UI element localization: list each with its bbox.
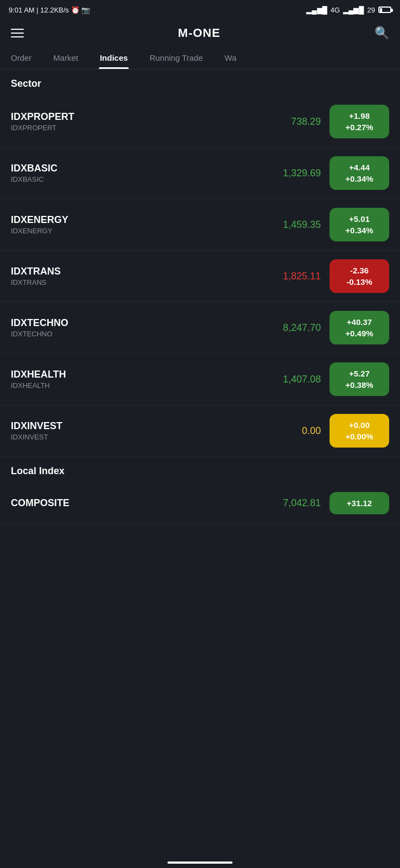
stock-price: 1,407.08 [272,374,321,385]
list-item[interactable]: IDXHEALTH IDXHEALTH 1,407.08 +5.27 +0.38… [0,354,400,405]
change-badge: +0.00 +0.00% [330,414,389,448]
stock-name: IDXBASIC [11,163,272,174]
local-index-section: Local Index COMPOSITE 7,042.81 +31.12 [0,457,400,524]
stock-info-idxinvest: IDXINVEST IDXINVEST [11,420,272,441]
signal-icon-2: ▂▄▆█ [343,6,364,14]
stock-price: 1,825.11 [272,271,321,282]
change-badge: -2.36 -0.13% [330,259,389,293]
tab-running-trade[interactable]: Running Trade [139,47,214,69]
battery-level: 29 [367,6,375,14]
stock-code: IDXTECHNO [11,330,272,338]
stock-code: IDXPROPERT [11,124,272,132]
tab-market[interactable]: Market [42,47,89,69]
change-pct: +0.00% [337,431,382,442]
change-pct: +0.38% [337,379,382,391]
stock-info-idxbasic: IDXBASIC IDXBASIC [11,163,272,183]
search-button[interactable]: 🔍 [375,26,389,40]
app-title: M-ONE [178,26,220,40]
change-value: +5.27 [337,368,382,379]
list-item[interactable]: IDXINVEST IDXINVEST 0.00 +0.00 +0.00% [0,405,400,457]
sector-items-list: IDXPROPERT IDXPROPERT 738.29 +1.98 +0.27… [0,96,400,457]
signal-icon: ▂▄▆█ [306,6,327,14]
hamburger-menu[interactable] [11,29,24,37]
list-item[interactable]: IDXPROPERT IDXPROPERT 738.29 +1.98 +0.27… [0,96,400,148]
list-item[interactable]: IDXTECHNO IDXTECHNO 8,247.70 +40.37 +0.4… [0,302,400,354]
stock-price: 8,247.70 [272,322,321,334]
status-time-network: 9:01 AM | 12.2KB/s ⏰ 📷 [9,6,90,14]
stock-info-idxhealth: IDXHEALTH IDXHEALTH [11,369,272,390]
stock-name: IDXINVEST [11,420,272,432]
stock-name: COMPOSITE [11,497,272,509]
list-item[interactable]: IDXTRANS IDXTRANS 1,825.11 -2.36 -0.13% [0,251,400,302]
list-item[interactable]: IDXENERGY IDXENERGY 1,459.35 +5.01 +0.34… [0,199,400,251]
status-icons: ⏰ 📷 [71,6,91,14]
change-value: -2.36 [337,265,382,276]
change-value: +40.37 [337,316,382,328]
change-pct: +0.34% [337,173,382,184]
tab-indices[interactable]: Indices [89,47,139,69]
change-value: +0.00 [337,419,382,431]
stock-name: IDXENERGY [11,214,272,226]
stock-price: 7,042.81 [272,497,321,509]
tab-wa[interactable]: Wa [214,47,247,69]
stock-price: 1,329.69 [272,168,321,179]
change-value: +4.44 [337,162,382,173]
stock-name: IDXTECHNO [11,317,272,329]
status-right: ▂▄▆█ 4G ▂▄▆█ 29 [306,6,391,14]
change-pct: +0.27% [337,122,382,133]
nav-tabs: Order Market Indices Running Trade Wa [0,47,400,69]
tab-order[interactable]: Order [0,47,42,69]
stock-code: IDXBASIC [11,175,272,183]
sector-section-header: Sector [0,69,400,96]
stock-price: 1,459.35 [272,219,321,231]
list-item[interactable]: COMPOSITE 7,042.81 +31.12 [0,483,400,524]
local-index-section-header: Local Index [0,457,400,483]
stock-code: IDXTRANS [11,278,272,286]
change-pct: +0.49% [337,328,382,339]
stock-code: IDXINVEST [11,433,272,441]
status-time: 9:01 AM [9,6,35,14]
status-bar: 9:01 AM | 12.2KB/s ⏰ 📷 ▂▄▆█ 4G ▂▄▆█ 29 [0,0,400,20]
change-badge: +4.44 +0.34% [330,156,389,190]
stock-info-composite: COMPOSITE [11,497,272,509]
home-indicator [167,861,233,864]
status-network: 12.2KB/s [40,6,69,14]
change-pct: -0.13% [337,276,382,288]
network-type: 4G [331,6,340,14]
change-badge: +5.27 +0.38% [330,362,389,396]
change-badge: +40.37 +0.49% [330,311,389,344]
list-item[interactable]: IDXBASIC IDXBASIC 1,329.69 +4.44 +0.34% [0,148,400,199]
stock-info-idxpropert: IDXPROPERT IDXPROPERT [11,111,272,132]
app-header: M-ONE 🔍 [0,20,400,47]
change-badge: +1.98 +0.27% [330,105,389,138]
stock-info-idxenergy: IDXENERGY IDXENERGY [11,214,272,235]
stock-price: 738.29 [272,116,321,127]
stock-name: IDXHEALTH [11,369,272,380]
stock-name: IDXTRANS [11,266,272,277]
battery-icon [378,7,391,13]
stock-info-idxtrans: IDXTRANS IDXTRANS [11,266,272,286]
stock-code: IDXHEALTH [11,381,272,390]
stock-info-idxtechno: IDXTECHNO IDXTECHNO [11,317,272,338]
change-value: +5.01 [337,213,382,225]
change-badge: +5.01 +0.34% [330,208,389,241]
change-value: +1.98 [337,110,382,122]
stock-price: 0.00 [272,425,321,437]
change-pct: +0.34% [337,225,382,236]
stock-code: IDXENERGY [11,227,272,235]
home-indicator-bar [0,857,400,868]
change-badge: +31.12 [330,492,389,514]
stock-name: IDXPROPERT [11,111,272,123]
change-value: +31.12 [337,497,382,509]
